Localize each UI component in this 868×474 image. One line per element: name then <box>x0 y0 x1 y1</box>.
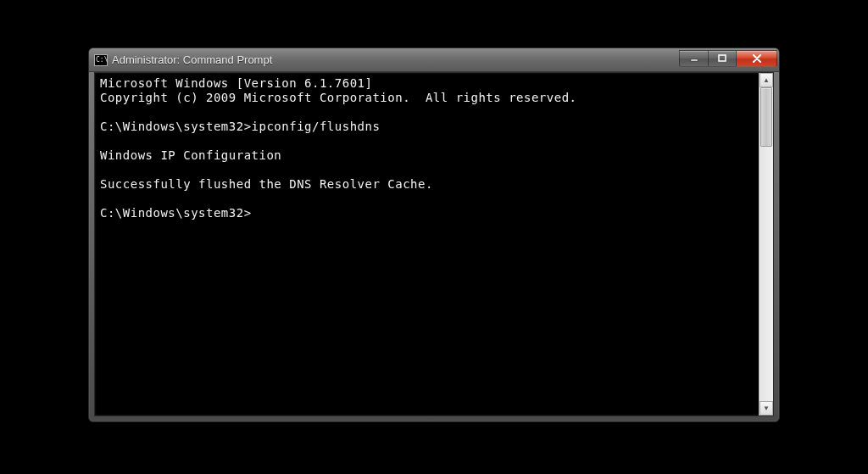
terminal-line: Copyright (c) 2009 Microsoft Corporation… <box>100 91 754 105</box>
svg-rect-1 <box>719 55 726 61</box>
vertical-scrollbar[interactable]: ▲ ▼ <box>759 73 773 415</box>
window-controls <box>679 50 777 67</box>
terminal-line <box>100 105 754 120</box>
cmd-icon: C:\ <box>94 54 108 66</box>
terminal-line: Successfully flushed the DNS Resolver Ca… <box>100 177 754 192</box>
svg-rect-0 <box>691 59 698 61</box>
client-area: Microsoft Windows [Version 6.1.7601]Copy… <box>94 72 774 416</box>
titlebar[interactable]: C:\ Administrator: Command Prompt <box>89 48 779 72</box>
command-prompt-window: C:\ Administrator: Command Prompt Micros… <box>88 47 780 422</box>
terminal-line: C:\Windows\system32> <box>100 206 754 220</box>
maximize-button[interactable] <box>708 50 737 67</box>
terminal-line <box>100 192 754 206</box>
scroll-thumb[interactable] <box>760 87 772 147</box>
scroll-track[interactable] <box>760 87 773 401</box>
terminal-line <box>100 134 754 148</box>
terminal-line: Windows IP Configuration <box>100 148 754 163</box>
terminal-output[interactable]: Microsoft Windows [Version 6.1.7601]Copy… <box>95 73 759 415</box>
window-title: Administrator: Command Prompt <box>112 53 679 66</box>
scroll-down-button[interactable]: ▼ <box>760 401 773 415</box>
terminal-line <box>100 163 754 177</box>
close-button[interactable] <box>737 50 777 67</box>
scroll-up-button[interactable]: ▲ <box>760 73 773 87</box>
minimize-button[interactable] <box>679 50 708 67</box>
terminal-line: Microsoft Windows [Version 6.1.7601] <box>100 76 754 91</box>
terminal-line: C:\Windows\system32>ipconfig/flushdns <box>100 120 754 134</box>
